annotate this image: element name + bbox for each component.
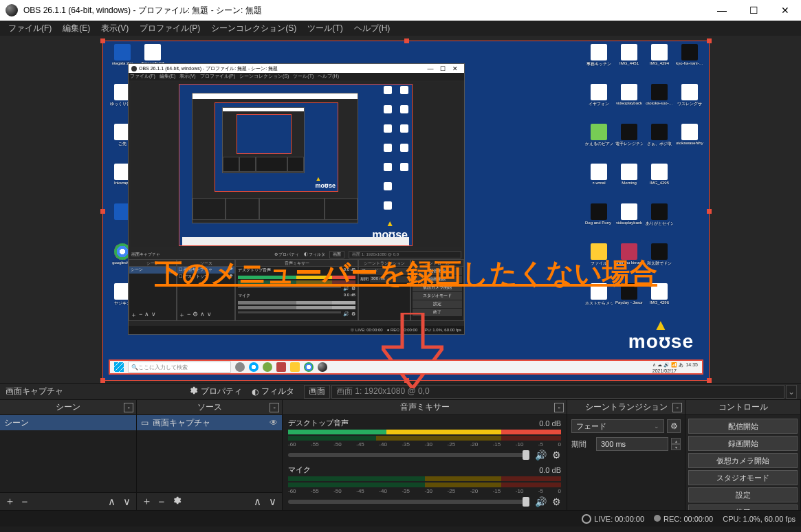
settings-button[interactable]: 設定	[688, 487, 798, 502]
menubar: ファイル(F) 編集(E) 表示(V) プロファイル(P) シーンコレクション(…	[0, 21, 801, 36]
dock-header: シーントランジション▫	[567, 400, 685, 415]
audio-meter	[288, 436, 561, 441]
chevron-down-icon: ⌄	[654, 423, 659, 430]
statusbar: LIVE: 00:00:00 REC: 00:00:00 CPU: 1.0%, …	[0, 510, 801, 527]
resize-handle[interactable]	[404, 38, 409, 43]
volume-slider[interactable]	[288, 453, 529, 457]
dock-header: シーン▫	[0, 400, 136, 415]
menu-file[interactable]: ファイル(F)	[3, 21, 57, 36]
dock-popout-button[interactable]: ▫	[124, 403, 133, 412]
mixer-channel: マイク0.0 dB -60-55-50-45-40-35-30-25-20-15…	[283, 462, 567, 509]
status-rec: REC: 00:00:00	[654, 515, 713, 523]
scene-down-button[interactable]: ∨	[120, 495, 133, 509]
menu-view[interactable]: 表示(V)	[96, 21, 134, 36]
resize-handle[interactable]	[100, 378, 105, 383]
source-item[interactable]: ▭ 画面キャプチャ 👁	[137, 415, 282, 430]
dock-header: 音声ミキサー▫	[283, 400, 567, 415]
captured-obs-window: OBS 26.1.1 (64-bit, windows) - プロファイル: 無…	[128, 63, 465, 335]
channel-settings-icon[interactable]: ⚙	[552, 450, 561, 461]
taskbar-app-icon	[263, 362, 272, 372]
controls-dock: コントロール 配信開始 録画開始 仮想カメラ開始 スタジオモード 設定 終了	[685, 400, 801, 510]
menu-help[interactable]: ヘルプ(H)	[349, 21, 396, 36]
scenes-dock: シーン▫ シーン ＋ − ∧ ∨	[0, 400, 137, 510]
selected-source-name: 画面キャプチャ	[4, 386, 183, 397]
display-dropdown-icon[interactable]: ⌄	[786, 385, 797, 399]
taskbar-app-icon	[318, 362, 327, 372]
channel-settings-icon[interactable]: ⚙	[552, 496, 561, 507]
taskbar-app-icon	[235, 362, 245, 372]
studio-mode-button[interactable]: スタジオモード	[688, 470, 798, 485]
remove-source-button[interactable]: −	[155, 495, 168, 509]
taskbar-search-box: 🔍 ここに入力して検索	[128, 362, 231, 373]
resize-handle[interactable]	[707, 38, 712, 43]
speaker-icon[interactable]: 🔊	[535, 496, 547, 507]
status-live: LIVE: 00:00:00	[582, 514, 644, 524]
properties-button[interactable]: プロパティ	[184, 385, 246, 399]
mouse-logo-large: ▲moʊse	[628, 316, 694, 353]
taskbar-app-icon	[304, 362, 314, 372]
speaker-icon[interactable]: 🔊	[535, 450, 547, 461]
menu-profile[interactable]: プロファイル(P)	[134, 21, 206, 36]
audio-meter	[288, 483, 561, 487]
channel-name: デスクトップ音声	[288, 418, 349, 428]
filters-icon: ◐	[252, 387, 259, 397]
window-maximize-button[interactable]: ☐	[738, 0, 769, 21]
start-record-button[interactable]: 録画開始	[688, 436, 798, 451]
audio-meter	[288, 430, 561, 434]
source-properties-button[interactable]	[170, 495, 184, 509]
window-titlebar: OBS 26.1.1 (64-bit, windows) - プロファイル: 無…	[0, 0, 801, 21]
source-type-icon: ▭	[141, 418, 149, 428]
transitions-dock: シーントランジション▫ フェード⌄ ⚙ 期間 300 ms ▴▾	[567, 400, 685, 510]
captured-windows-taskbar: 🔍 ここに入力して検索 ∧ ☁ 🔊 📶 あ 14:352021/02/17	[109, 359, 703, 375]
dock-popout-button[interactable]: ▫	[270, 403, 279, 412]
preview-canvas[interactable]: ntegala 2xx ゆっくり音声 ご先 Inkscape googlechr…	[102, 41, 710, 381]
source-up-button[interactable]: ∧	[250, 495, 264, 509]
taskbar-app-icon	[249, 362, 259, 372]
resize-handle[interactable]	[404, 378, 409, 383]
source-down-button[interactable]: ∨	[265, 495, 279, 509]
docks-row: シーン▫ シーン ＋ − ∧ ∨ ソース▫ ▭ 画面キャプチャ 👁 ＋ − ∧	[0, 400, 801, 510]
resize-handle[interactable]	[100, 209, 105, 214]
visibility-toggle-icon[interactable]: 👁	[270, 418, 278, 428]
menu-scene-collection[interactable]: シーンコレクション(S)	[206, 21, 302, 36]
add-source-button[interactable]: ＋	[140, 495, 153, 509]
window-title: OBS 26.1.1 (64-bit, windows) - プロファイル: 無…	[23, 5, 706, 16]
taskbar-app-icon	[276, 362, 286, 372]
start-stream-button[interactable]: 配信開始	[688, 419, 798, 434]
dock-header: コントロール	[685, 400, 800, 415]
scene-up-button[interactable]: ∧	[105, 495, 118, 509]
taskbar-tray: ∧ ☁ 🔊 📶 あ 14:352021/02/17	[652, 362, 698, 373]
resize-handle[interactable]	[707, 378, 712, 383]
window-close-button[interactable]: ✕	[769, 0, 801, 21]
filters-button[interactable]: ◐ フィルタ	[248, 385, 298, 399]
transition-settings-button[interactable]: ⚙	[667, 419, 681, 433]
dock-popout-button[interactable]: ▫	[554, 403, 564, 412]
resize-handle[interactable]	[707, 209, 712, 214]
captured-desktop-icons-right: 事務キッチンイヤフォンかえるのピアノc-wmalDog and Pony Sho…	[582, 44, 703, 353]
sources-dock: ソース▫ ▭ 画面キャプチャ 👁 ＋ − ∧ ∨	[137, 400, 283, 510]
resize-handle[interactable]	[100, 38, 105, 43]
mixer-channel: デスクトップ音声0.0 dB -60-55-50-45-40-35-30-25-…	[283, 415, 567, 462]
add-scene-button[interactable]: ＋	[3, 495, 17, 509]
menu-tools[interactable]: ツール(T)	[302, 21, 348, 36]
scene-item[interactable]: シーン	[0, 415, 136, 430]
taskbar-app-icon	[290, 362, 300, 372]
dock-header: ソース▫	[137, 400, 282, 415]
channel-db: 0.0 dB	[539, 419, 561, 428]
duration-label: 期間	[571, 439, 593, 450]
duration-spinner[interactable]: ▴▾	[671, 438, 681, 450]
transition-type-select[interactable]: フェード⌄	[571, 419, 664, 433]
volume-slider[interactable]	[288, 500, 529, 504]
dock-popout-button[interactable]: ▫	[672, 403, 682, 412]
menu-edit[interactable]: 編集(E)	[57, 21, 96, 36]
audio-meter	[288, 476, 561, 481]
start-virtual-camera-button[interactable]: 仮想カメラ開始	[688, 453, 798, 468]
remove-scene-button[interactable]: −	[18, 495, 32, 509]
transition-duration-input[interactable]: 300 ms	[596, 437, 668, 451]
exit-button[interactable]: 終了	[688, 505, 798, 510]
preview-area: ntegala 2xx ゆっくり音声 ご先 Inkscape googlechr…	[0, 36, 801, 383]
display-select[interactable]: 画面 1: 1920x1080 @ 0,0	[331, 385, 784, 399]
channel-name: マイク	[288, 465, 311, 475]
gear-icon	[188, 386, 198, 397]
window-minimize-button[interactable]: —	[706, 0, 738, 21]
